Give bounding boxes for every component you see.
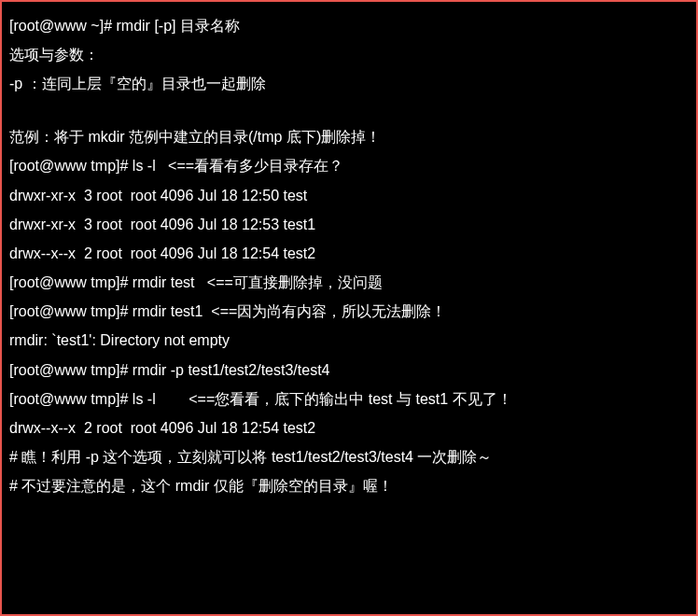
- terminal-line: 范例：将于 mkdir 范例中建立的目录(/tmp 底下)删除掉！: [9, 122, 689, 151]
- terminal-line: # 瞧！利用 -p 这个选项，立刻就可以将 test1/test2/test3/…: [9, 442, 689, 471]
- terminal-line: [root@www tmp]# rmdir test1 <==因为尚有内容，所以…: [9, 297, 689, 326]
- terminal-line: drwxr-xr-x 3 root root 4096 Jul 18 12:50…: [9, 181, 689, 210]
- terminal-output: [root@www ~]# rmdir [-p] 目录名称 选项与参数： -p …: [9, 11, 689, 501]
- terminal-line: [root@www tmp]# ls -l <==看看有多少目录存在？: [9, 151, 689, 180]
- terminal-line: [root@www tmp]# rmdir test <==可直接删除掉，没问题: [9, 268, 689, 297]
- terminal-line: [root@www tmp]# rmdir -p test1/test2/tes…: [9, 356, 689, 385]
- terminal-line: 选项与参数：: [9, 40, 689, 69]
- terminal-line: # 不过要注意的是，这个 rmdir 仅能『删除空的目录』喔！: [9, 471, 689, 500]
- terminal-line: -p ：连同上层『空的』目录也一起删除: [9, 69, 689, 98]
- terminal-line: drwx--x--x 2 root root 4096 Jul 18 12:54…: [9, 413, 689, 442]
- terminal-line: drwxr-xr-x 3 root root 4096 Jul 18 12:53…: [9, 210, 689, 239]
- terminal-line: [root@www ~]# rmdir [-p] 目录名称: [9, 11, 689, 40]
- terminal-line: drwx--x--x 2 root root 4096 Jul 18 12:54…: [9, 239, 689, 268]
- terminal-line: rmdir: `test1': Directory not empty: [9, 326, 689, 355]
- terminal-line: [root@www tmp]# ls -l <==您看看，底下的输出中 test…: [9, 385, 689, 413]
- blank-line: [9, 99, 689, 123]
